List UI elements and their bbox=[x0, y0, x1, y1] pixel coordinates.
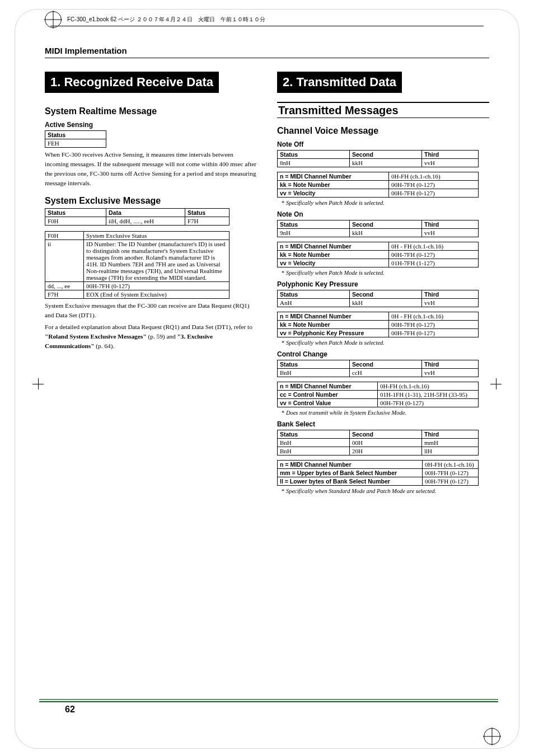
table-note-off-1: Status Second Third 8nH kkH vvH bbox=[277, 150, 479, 167]
heading-recognized: 1. Recognized Receive Data bbox=[45, 72, 219, 93]
th: vv = Control Value bbox=[278, 399, 378, 407]
table-poly-2: n = MIDI Channel Number0H - FH (ch.1-ch.… bbox=[277, 312, 479, 337]
th: n = MIDI Channel Number bbox=[278, 172, 389, 181]
td: iiH, ddH, ....., eeH bbox=[106, 217, 185, 225]
th-status: Status bbox=[45, 131, 106, 139]
th: Second bbox=[350, 151, 422, 159]
td: 0H-FH (ch.1-ch.16) bbox=[378, 382, 479, 391]
two-column-layout: 1. Recognized Receive Data System Realti… bbox=[45, 66, 489, 499]
td: BnH bbox=[278, 369, 350, 377]
page-number: 62 bbox=[65, 705, 75, 715]
para-sx-receive: System Exclusive messages that the FC-30… bbox=[45, 301, 257, 320]
table-sysex-detail: F0H System Exclusive Status ii ID Number… bbox=[45, 231, 229, 299]
td: 00H-7FH (0-127) bbox=[389, 251, 479, 259]
text: (p. 64). bbox=[96, 342, 114, 349]
td: BnH bbox=[278, 439, 350, 447]
th: vv = Polyphonic Key Pressure bbox=[278, 329, 389, 337]
note-bank: Specifically when Standard Mode and Patc… bbox=[282, 488, 489, 494]
td: 8nH bbox=[278, 159, 350, 167]
th: Status bbox=[278, 360, 350, 369]
td: AnH bbox=[278, 299, 350, 307]
table-active-sensing: Status FEH bbox=[45, 130, 106, 148]
th: Data bbox=[106, 208, 185, 217]
td: 00H-7FH (0-127) bbox=[389, 181, 479, 189]
th: kk = Note Number bbox=[278, 181, 389, 189]
th: vv = Velocity bbox=[278, 259, 389, 267]
title-rule bbox=[45, 58, 489, 58]
heading-note-on: Note On bbox=[277, 210, 489, 218]
td: System Exclusive Status bbox=[84, 231, 229, 240]
th: Third bbox=[422, 151, 479, 159]
td: kkH bbox=[350, 159, 422, 167]
td: 20H bbox=[350, 447, 422, 456]
th: Third bbox=[422, 290, 479, 299]
subheading-transmitted-messages: Transmitted Messages bbox=[277, 102, 489, 118]
table-sysex-header: Status Data Status F0H iiH, ddH, ....., … bbox=[45, 208, 229, 226]
td: 00H bbox=[350, 439, 422, 447]
table-cc-1: Status Second Third BnH ccH vvH bbox=[277, 360, 479, 377]
th: Status bbox=[278, 220, 350, 229]
th: kk = Note Number bbox=[278, 251, 389, 259]
table-cc-2: n = MIDI Channel Number0H-FH (ch.1-ch.16… bbox=[277, 382, 479, 407]
td: 01H-7FH (1-127) bbox=[389, 259, 479, 267]
td: mmH bbox=[422, 439, 479, 447]
td: 00H-7FH (0-127) bbox=[389, 329, 479, 337]
bold-ref: "Roland System Exclusive Messages" bbox=[45, 333, 147, 340]
heading-transmitted: 2. Transmitted Data bbox=[277, 72, 402, 93]
td: 9nH bbox=[278, 229, 350, 237]
td: 01H-1FH (1-31), 21H-5FH (33-95) bbox=[378, 391, 479, 399]
heading-channel-voice: Channel Voice Message bbox=[277, 126, 489, 136]
td: F7H bbox=[45, 290, 84, 298]
td: 00H-7FH (0-127) bbox=[423, 469, 479, 477]
note-poly: Specifically when Patch Mode is selected… bbox=[282, 340, 489, 346]
note-cc: Does not transmit while in System Exclus… bbox=[282, 410, 489, 416]
note-note-off: Specifically when Patch Mode is selected… bbox=[282, 200, 489, 206]
th: Second bbox=[350, 430, 422, 439]
th: cc = Control Number bbox=[278, 391, 378, 399]
th: n = MIDI Channel Number bbox=[278, 242, 389, 251]
table-note-on-1: Status Second Third 9nH kkH vvH bbox=[277, 220, 479, 237]
td: 0H-FH (ch.1-ch.16) bbox=[423, 461, 479, 469]
th: Third bbox=[422, 360, 479, 369]
para-sx-refer: For a detailed explanation about Data Re… bbox=[45, 322, 257, 351]
th: vv = Velocity bbox=[278, 189, 389, 198]
th: n = MIDI Channel Number bbox=[278, 461, 423, 469]
td: ccH bbox=[350, 369, 422, 377]
table-bank-1: Status Second Third BnH 00H mmH BnH 20H … bbox=[277, 430, 479, 456]
table-note-off-2: n = MIDI Channel Number0H-FH (ch.1-ch.16… bbox=[277, 172, 479, 198]
th: n = MIDI Channel Number bbox=[278, 312, 389, 321]
note-note-on: Specifically when Patch Mode is selected… bbox=[282, 270, 489, 276]
td: EOX (End of System Exclusive) bbox=[84, 290, 229, 298]
page-title: MIDI Implementation bbox=[45, 46, 489, 55]
td: 00H-7FH (0-127) bbox=[389, 321, 479, 329]
td: 00H-7FH (0-127) bbox=[84, 281, 229, 290]
td: 00H-7FH (0-127) bbox=[378, 399, 479, 407]
text: (p. 59) and bbox=[148, 333, 177, 340]
td: ID Number: The ID Number (manufacturer's… bbox=[84, 240, 229, 281]
heading-cc: Control Change bbox=[277, 350, 489, 358]
heading-system-exclusive: System Exclusive Message bbox=[45, 196, 257, 206]
td: vvH bbox=[422, 159, 479, 167]
td: vvH bbox=[422, 299, 479, 307]
th: Status bbox=[278, 430, 350, 439]
heading-bank: Bank Select bbox=[277, 420, 489, 428]
th: Third bbox=[422, 430, 479, 439]
td: 00H-7FH (0-127) bbox=[423, 477, 479, 486]
th: Status bbox=[45, 208, 106, 217]
th: Second bbox=[350, 290, 422, 299]
th: Third bbox=[422, 220, 479, 229]
th: Status bbox=[185, 208, 229, 217]
td: 0H-FH (ch.1-ch.16) bbox=[389, 172, 479, 181]
table-poly-1: Status Second Third AnH kkH vvH bbox=[277, 290, 479, 307]
th: Status bbox=[278, 290, 350, 299]
td: F0H bbox=[45, 231, 84, 240]
td: 0H - FH (ch.1-ch.16) bbox=[389, 312, 479, 321]
td: kkH bbox=[350, 299, 422, 307]
td: F7H bbox=[185, 217, 229, 225]
td: vvH bbox=[422, 369, 479, 377]
text: For a detailed explanation about Data Re… bbox=[45, 323, 252, 330]
heading-system-realtime: System Realtime Message bbox=[45, 106, 257, 116]
th: Status bbox=[278, 151, 350, 159]
td: vvH bbox=[422, 229, 479, 237]
para-active-sensing: When FC-300 receives Active Sensing, it … bbox=[45, 150, 257, 188]
